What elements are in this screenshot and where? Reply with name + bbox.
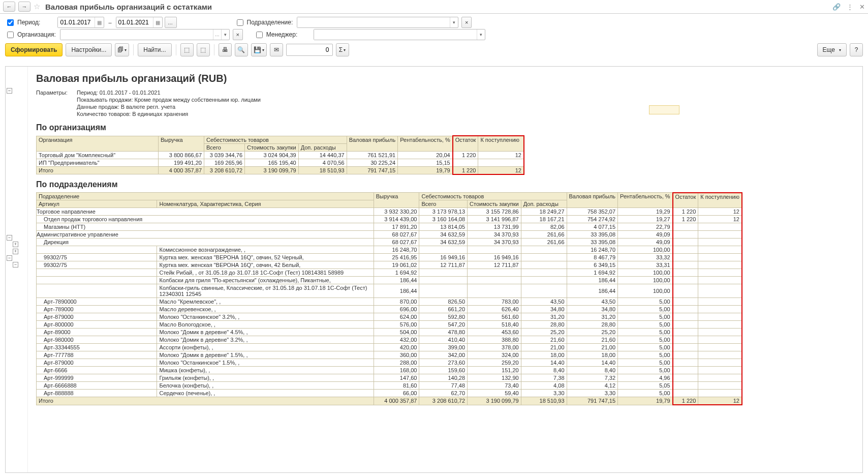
link-icon[interactable]: 🔗	[832, 3, 841, 11]
table-row[interactable]: Торговое направление3 932 330,203 173 97…	[37, 208, 742, 216]
table-row[interactable]: Арт-89000Молоко "Домик в деревне" 4.5%, …	[37, 329, 742, 336]
table-row[interactable]: Колбаски-гриль свинные, Классические, от…	[37, 284, 742, 298]
table-row[interactable]: Административное управление68 027,6734 6…	[37, 231, 742, 239]
organization-select[interactable]: … ▾	[60, 29, 230, 40]
expand-all-button[interactable]: ⬚	[180, 43, 194, 56]
table-row[interactable]: Арт-33344555Ассорти (конфеты), ,420,0039…	[37, 344, 742, 351]
manager-select[interactable]: ▾	[314, 29, 485, 40]
date-from-input[interactable]: ▦	[57, 17, 104, 28]
table-row[interactable]: Арт-777788Молоко "Домик в деревне" 1.5%,…	[37, 351, 742, 359]
calendar-icon[interactable]: ▦	[153, 17, 162, 27]
table-row[interactable]: Арт-980000Молоко "Домик в деревне" 3.2%,…	[37, 336, 742, 344]
table-row[interactable]: Отдел продаж торгового направления3 914 …	[37, 216, 742, 223]
table-row[interactable]: Колбаски для гриля "По-крестьянски" (охл…	[37, 277, 742, 284]
tree-collapse-icon[interactable]: −	[7, 235, 12, 241]
mail-button[interactable]: ✉	[270, 43, 283, 56]
period-checkbox[interactable]	[7, 19, 14, 26]
tree-collapse-icon[interactable]: −	[7, 255, 12, 261]
subdivisions-table: Подразделение Выручка Себестоимость това…	[36, 192, 742, 406]
table-row[interactable]: Дирекция68 027,6734 632,5934 370,93261,6…	[37, 239, 742, 246]
subdivision-checkbox[interactable]	[237, 19, 243, 26]
highlight-box	[649, 105, 679, 114]
organization-checkbox[interactable]	[7, 32, 14, 38]
subdivision-clear-button[interactable]: ×	[461, 17, 472, 28]
find-button[interactable]: Найти...	[138, 43, 171, 56]
preview-button[interactable]: 🔍	[235, 43, 248, 56]
window-title: Валовая прибыль организаций с остатками	[45, 3, 212, 11]
table-row[interactable]: 99302/75Куртка мех. женская "ВЕРОНА 16Q"…	[37, 254, 742, 261]
more-button[interactable]: Еще▾	[817, 43, 847, 56]
table-row[interactable]: Торговый дом "Комплексный"3 800 866,673 …	[37, 151, 524, 159]
form-report-button[interactable]: Сформировать	[5, 43, 63, 56]
report-parameters: Параметры: Период: 01.01.2017 - 01.01.20…	[36, 90, 854, 118]
table-row[interactable]: 99302/75Куртка мех. женская "ВЕРОНА 16Q"…	[37, 261, 742, 269]
variants-button[interactable]: 🗐▾	[115, 43, 129, 56]
organizations-table: Организация Выручка Себестоимость товаро…	[36, 135, 524, 175]
tree-expand-icon[interactable]: +	[13, 242, 18, 247]
table-row[interactable]: Арт-6666Мишка (конфеты), ,168,00159,6015…	[37, 367, 742, 374]
subdivision-label: Подразделение:	[247, 19, 293, 26]
tree-collapse-icon[interactable]: −	[13, 262, 18, 267]
table-total-row: Итого4 000 357,873 208 610,723 190 099,7…	[37, 166, 524, 174]
tree-collapse-icon[interactable]: −	[7, 88, 12, 94]
options-icon[interactable]: …	[213, 29, 221, 40]
section-subdivisions-title: По подразделениям	[36, 180, 854, 189]
table-total-row: Итого4 000 357,873 208 610,723 190 099,7…	[37, 397, 742, 405]
dropdown-icon[interactable]: ▾	[221, 29, 229, 40]
save-button[interactable]: 💾▾	[251, 43, 267, 56]
collapse-all-button[interactable]: ⬚	[197, 43, 210, 56]
dropdown-icon[interactable]: ▾	[477, 29, 485, 40]
organization-clear-button[interactable]: ×	[233, 29, 243, 40]
settings-button[interactable]: Настройки...	[66, 43, 112, 56]
table-row[interactable]: Арт-789000Масло деревенское, ,696,00661,…	[37, 306, 742, 313]
table-row[interactable]: Арт-7890000Масло "Кремлевское", ,870,008…	[37, 298, 742, 306]
close-icon[interactable]: ✕	[859, 3, 865, 11]
table-row[interactable]: ИП "Предприниматель"199 491,20169 265,96…	[37, 159, 524, 166]
table-row[interactable]: Арт-999999Грильяж (конфеты), ,147,60140,…	[37, 374, 742, 382]
table-row[interactable]: Арт-879000Молоко "Останкинское" 1.5%, ,2…	[37, 359, 742, 367]
dropdown-icon[interactable]: ▾	[450, 17, 458, 27]
table-row[interactable]: Комиссионное вознаграждение, ,16 248,701…	[37, 246, 742, 254]
period-label: Период:	[17, 19, 40, 26]
table-row[interactable]: Магазины (НТТ)17 891,2013 814,0513 731,9…	[37, 223, 742, 231]
date-to-input[interactable]: ▦	[116, 17, 163, 28]
table-row[interactable]: Арт-888888Сердечко (печенье), ,66,0062,7…	[37, 390, 742, 397]
nav-back-button[interactable]: ←	[3, 2, 15, 12]
table-row[interactable]: Арт-6666888Белочка (конфеты), ,81,6077,4…	[37, 382, 742, 390]
calendar-icon[interactable]: ▦	[95, 17, 104, 27]
organization-label: Организация:	[17, 31, 56, 38]
sigma-button[interactable]: Σ▾	[336, 43, 349, 56]
table-row[interactable]: Арт-800000Масло Вологодское, ,576,00547,…	[37, 321, 742, 329]
tree-expand-icon[interactable]: +	[13, 249, 18, 254]
help-button[interactable]: ?	[850, 43, 863, 56]
sum-input[interactable]	[286, 44, 333, 56]
table-row[interactable]: Стейк Рибай, , от 31.05.18 до 31.07.18 1…	[37, 269, 742, 277]
manager-checkbox[interactable]	[256, 32, 263, 38]
section-organizations-title: По организациям	[36, 123, 854, 132]
menu-icon[interactable]: ⋮	[847, 3, 853, 11]
report-title: Валовая прибыль организаций (RUB)	[36, 73, 854, 84]
print-button[interactable]: 🖶	[219, 43, 232, 56]
manager-label: Менеджер:	[266, 31, 298, 38]
subdivision-select[interactable]: ▾	[297, 17, 458, 28]
nav-forward-button[interactable]: →	[18, 2, 30, 12]
table-row[interactable]: Арт-879000Молоко "Останкинское" 3.2%, ,6…	[37, 313, 742, 321]
favorite-star-icon[interactable]: ☆	[34, 2, 40, 11]
period-options-button[interactable]: …	[165, 17, 177, 28]
